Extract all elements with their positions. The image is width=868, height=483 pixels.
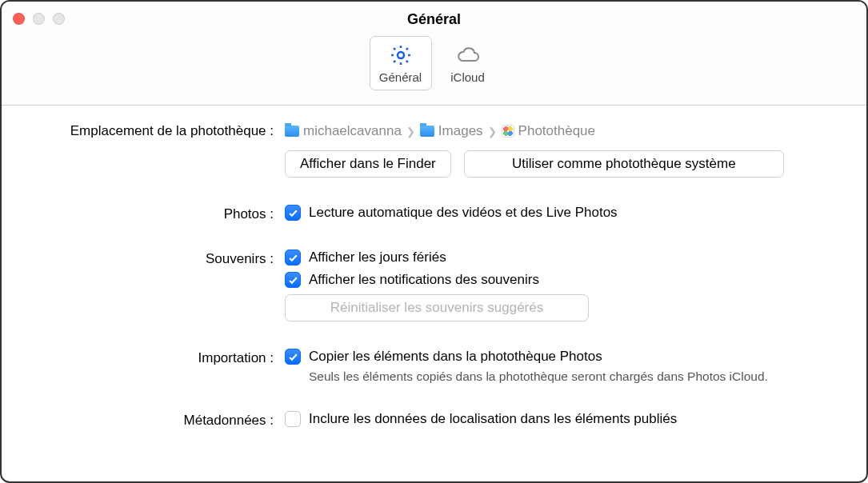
label-import: Importation : — [21, 349, 285, 366]
zoom-button[interactable] — [53, 13, 65, 25]
library-path-breadcrumb: michaelcavanna ❯ Images ❯ Photothèque — [285, 123, 847, 139]
label-library-location: Emplacement de la photothèque : — [21, 122, 285, 139]
preferences-window: Général Général iCloud — [0, 0, 868, 483]
show-in-finder-button[interactable]: Afficher dans le Finder — [285, 150, 451, 178]
copy-items-checkbox[interactable] — [285, 349, 301, 365]
window-title: Général — [2, 2, 866, 28]
traffic-lights — [13, 13, 65, 25]
tab-toolbar: Général iCloud — [2, 36, 866, 90]
chevron-right-icon: ❯ — [406, 126, 415, 138]
crumb-user-label: michaelcavanna — [303, 123, 402, 139]
cloud-icon — [454, 43, 482, 67]
label-photos: Photos : — [21, 205, 285, 222]
row-import: Importation : Copier les éléments dans l… — [21, 349, 847, 384]
crumb-library[interactable]: Photothèque — [502, 123, 595, 139]
minimize-button[interactable] — [33, 13, 45, 25]
crumb-library-label: Photothèque — [518, 123, 595, 139]
tab-icloud-label: iCloud — [450, 70, 485, 84]
copy-items-label: Copier les éléments dans la photothèque … — [309, 349, 602, 365]
label-metadata: Métadonnées : — [21, 411, 285, 429]
show-holidays-label: Afficher les jours fériés — [309, 249, 446, 265]
include-location-checkbox[interactable] — [285, 411, 301, 427]
close-button[interactable] — [13, 13, 25, 25]
crumb-images[interactable]: Images — [420, 123, 483, 139]
autoplay-checkbox[interactable] — [285, 205, 301, 221]
autoplay-label: Lecture automatique des vidéos et des Li… — [309, 205, 618, 221]
row-photos: Photos : Lecture automatique des vidéos … — [21, 205, 847, 222]
reset-suggested-memories-button[interactable]: Réinitialiser les souvenirs suggérés — [285, 294, 589, 321]
label-memories: Souvenirs : — [21, 249, 285, 267]
chevron-right-icon: ❯ — [488, 126, 497, 138]
use-as-system-library-button[interactable]: Utiliser comme photothèque système — [464, 150, 784, 178]
show-memory-notifications-label: Afficher les notifications des souvenirs — [309, 272, 539, 288]
folder-icon — [285, 126, 299, 137]
content-area: Emplacement de la photothèque : michaelc… — [2, 106, 866, 481]
tab-icloud[interactable]: iCloud — [437, 36, 499, 90]
copy-items-hint: Seuls les éléments copiés dans la photot… — [285, 369, 847, 384]
tab-general[interactable]: Général — [370, 36, 432, 90]
include-location-label: Inclure les données de localisation dans… — [309, 411, 677, 427]
row-library-location: Emplacement de la photothèque : michaelc… — [21, 122, 847, 178]
tab-general-label: Général — [379, 70, 422, 84]
folder-icon — [420, 126, 434, 137]
show-holidays-checkbox[interactable] — [285, 249, 301, 265]
gear-icon — [389, 43, 413, 67]
show-memory-notifications-checkbox[interactable] — [285, 272, 301, 288]
crumb-user[interactable]: michaelcavanna — [285, 123, 402, 139]
crumb-images-label: Images — [438, 123, 483, 139]
svg-point-0 — [398, 52, 404, 58]
row-metadata: Métadonnées : Inclure les données de loc… — [21, 411, 847, 429]
photos-library-icon — [502, 125, 514, 138]
titlebar: Général Général iCloud — [2, 2, 866, 106]
row-memories: Souvenirs : Afficher les jours fériés Af… — [21, 249, 847, 321]
